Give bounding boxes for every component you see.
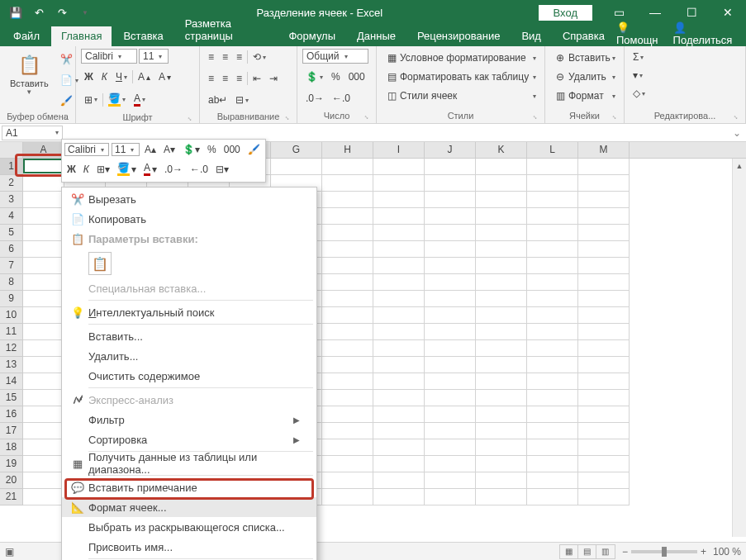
cell[interactable] [578,423,630,439]
cell[interactable] [425,357,476,373]
cell[interactable] [23,357,64,373]
cell[interactable] [476,390,527,406]
tab-help[interactable]: Справка [553,26,615,46]
cell[interactable] [322,390,373,406]
cell[interactable] [23,439,64,456]
mini-font-size-combo[interactable]: 11▾ [112,143,140,156]
row-header[interactable]: 11 [0,324,23,340]
cell[interactable] [23,324,64,340]
delete-cells-button[interactable]: ⊖Удалить▾ [550,68,619,86]
borders-button[interactable]: ⊞▾ [81,92,101,108]
cell[interactable] [527,307,578,324]
row-header[interactable]: 1 [0,159,23,175]
row-header[interactable]: 19 [0,456,23,472]
cell[interactable] [322,175,373,192]
cell[interactable] [578,340,630,357]
row-header[interactable]: 3 [0,192,23,208]
cell[interactable] [476,208,527,225]
expand-formula-bar-icon[interactable]: ⌄ [728,127,746,139]
column-header[interactable]: A [23,142,64,158]
column-header[interactable]: L [527,142,578,158]
menu-delete[interactable]: Удалить... [62,346,316,366]
column-header[interactable]: G [271,142,322,158]
zoom-out-icon[interactable]: − [622,546,628,558]
mini-shrink-font-button[interactable]: A▾ [161,142,178,157]
row-header[interactable]: 12 [0,340,23,357]
cell[interactable] [425,175,476,192]
cell[interactable] [23,175,64,192]
cell[interactable] [373,274,425,291]
column-header[interactable]: J [425,142,476,158]
row-header[interactable]: 20 [0,472,23,489]
underline-button[interactable]: Ч▾ [112,69,131,85]
cell[interactable] [578,406,630,423]
cell[interactable] [373,208,425,225]
cell[interactable] [527,456,578,472]
menu-insert-comment[interactable]: 💬Вставить примечание [62,477,316,497]
cell[interactable] [322,159,373,175]
save-icon[interactable]: 💾 [7,3,25,21]
cell[interactable] [425,489,476,505]
cell[interactable] [373,373,425,390]
tab-insert[interactable]: Вставка [113,26,173,46]
cell[interactable] [322,456,373,472]
cell[interactable] [23,241,64,258]
tab-page-layout[interactable]: Разметка страницы [175,14,278,46]
cell[interactable] [578,489,630,505]
cell[interactable] [425,258,476,274]
cell[interactable] [425,159,476,175]
cell[interactable] [476,423,527,439]
tab-review[interactable]: Рецензирование [407,26,510,46]
cell[interactable] [425,208,476,225]
menu-cut[interactable]: ✂️Вырезать [62,189,316,209]
cell[interactable] [23,291,64,307]
cell[interactable] [322,406,373,423]
cell[interactable] [373,390,425,406]
mini-font-name-combo[interactable]: Calibri▾ [64,143,109,156]
cell[interactable] [322,192,373,208]
cell[interactable] [527,208,578,225]
cell[interactable] [476,456,527,472]
shrink-font-button[interactable]: A▾ [155,69,174,85]
cell[interactable] [578,208,630,225]
cell[interactable] [322,324,373,340]
tab-formulas[interactable]: Формулы [278,26,345,46]
qat-customize-icon[interactable]: ▼ [76,3,94,21]
font-name-combo[interactable]: Calibri▾ [81,49,137,64]
cell[interactable] [527,241,578,258]
cell[interactable] [322,274,373,291]
cell[interactable] [578,456,630,472]
cell[interactable] [425,472,476,489]
cell[interactable] [373,340,425,357]
cell[interactable] [373,324,425,340]
paste-option-default[interactable]: 📋 [88,252,112,275]
cell[interactable] [578,307,630,324]
cell[interactable] [578,373,630,390]
cell[interactable] [527,472,578,489]
cell[interactable] [527,225,578,241]
cell[interactable] [425,340,476,357]
currency-button[interactable]: 💲▾ [302,69,326,85]
merge-center-button[interactable]: ⊟▾ [232,92,252,108]
cell[interactable] [322,340,373,357]
row-header[interactable]: 14 [0,373,23,390]
cell[interactable] [23,307,64,324]
cell[interactable] [23,456,64,472]
cell[interactable] [23,472,64,489]
cell[interactable] [322,472,373,489]
align-left-button[interactable]: ≡ [205,70,217,87]
record-macro-icon[interactable]: ▣ [5,546,14,558]
menu-clear-contents[interactable]: Очистить содержимое [62,366,316,386]
zoom-level[interactable]: 100 % [713,546,741,558]
mini-increase-decimal-button[interactable]: .0→ [162,162,185,177]
wrap-text-button[interactable]: ab↵ [205,92,230,108]
mini-fill-color-button[interactable]: 🪣▾ [115,160,139,178]
cell[interactable] [425,406,476,423]
decrease-decimal-button[interactable]: ←.0 [329,90,354,107]
cell[interactable] [373,439,425,456]
cell[interactable] [578,390,630,406]
bold-button[interactable]: Ж [81,69,97,85]
cell[interactable] [527,390,578,406]
menu-define-name[interactable]: Присвоить имя... [62,537,316,557]
normal-view-button[interactable]: ▦ [560,545,578,558]
